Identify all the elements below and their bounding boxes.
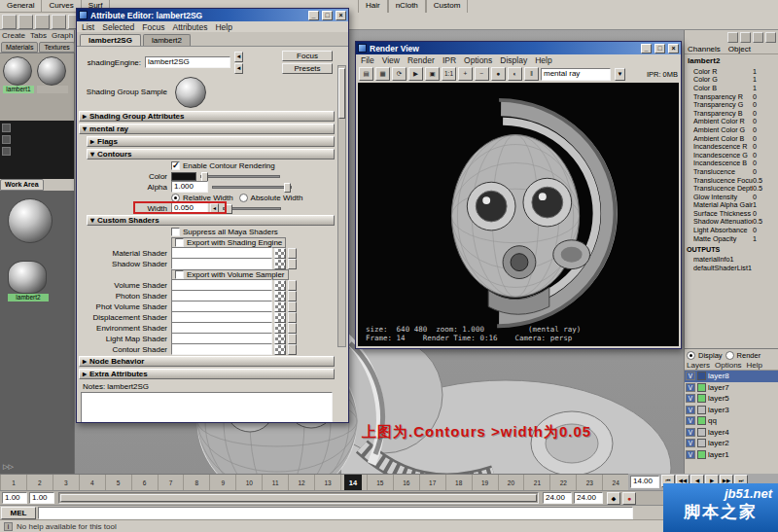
timeline-frame[interactable]: 7 [158,475,184,490]
channel-attribute-value[interactable]: 1 [753,234,778,243]
layer-color-swatch[interactable] [697,406,706,414]
connection-menu-icon[interactable] [288,291,297,301]
channel-attribute-row[interactable]: Color G 1 [685,76,778,85]
menu-item[interactable]: Help [215,22,231,32]
tab-object[interactable]: Object [728,45,751,53]
shelf-tab[interactable]: Custom [426,0,469,13]
timeline-frame[interactable]: 2 [26,475,53,490]
current-frame-marker[interactable]: 14 [344,475,362,491]
close-icon[interactable]: × [668,44,679,53]
menu-item[interactable]: Tabs [30,31,47,40]
animation-end-field[interactable]: 24.00 [574,492,603,504]
panel-tool-icon[interactable] [2,135,11,144]
channel-attribute-row[interactable]: Surface Thickness 0 [685,209,778,218]
menu-item[interactable]: Selected [102,22,134,32]
connection-menu-icon[interactable] [288,259,297,269]
tab-channels[interactable]: Channels [688,45,721,53]
connect-texture-icon[interactable] [274,248,286,259]
menu-item[interactable]: List [82,22,94,32]
layer-visibility-toggle[interactable]: V [686,450,695,459]
render-toolbar-icon[interactable]: ▶ [408,67,423,81]
minimize-icon[interactable]: _ [641,44,652,53]
contour-alpha-slider[interactable] [212,186,292,189]
menu-item[interactable]: View [382,55,400,65]
render-toolbar-icon[interactable]: ▤ [359,67,373,81]
connect-texture-icon[interactable] [274,312,286,323]
layer-row[interactable]: V layer1 [685,449,778,461]
channel-attribute-row[interactable]: Translucence Focus 0.5 [685,176,778,185]
menu-item[interactable]: Create [2,31,25,40]
output-node[interactable]: defaultShaderList1 [685,264,778,272]
material-swatch[interactable]: lambert1 [3,56,34,118]
shader-field[interactable] [171,258,272,269]
render-toolbar-icon[interactable]: ▦ [375,67,390,81]
range-slider-thumb[interactable] [60,494,537,502]
section-custom-shaders[interactable]: ▾ Custom Shaders [87,215,335,226]
scrollbar-thumb[interactable] [338,68,345,119]
pan-icon[interactable]: ▷▷ [3,463,14,471]
timeline-frame[interactable]: 21 [523,475,549,490]
channel-attribute-row[interactable]: Ambient Color B 0 [685,134,778,143]
layer-row[interactable]: V qq [685,415,778,427]
contour-width-slider[interactable] [223,207,281,210]
shelf-tab[interactable]: Hair [358,0,388,13]
contour-width-field[interactable]: 0.050 [171,202,208,214]
menu-item[interactable]: Help [535,55,551,65]
timeline-frame[interactable]: 18 [445,475,472,490]
channel-box-toolbar-icon[interactable] [765,32,776,43]
render-toolbar-icon[interactable]: ▣ [425,67,440,81]
connection-menu-icon[interactable] [288,248,297,259]
channel-attribute-row[interactable]: Transparency R 0 [685,92,778,101]
show-inputs-icon[interactable]: ◄ [234,63,243,74]
timeline-frame[interactable]: 3 [53,475,79,490]
export-shading-engine-checkbox[interactable] [175,238,184,247]
maximize-icon[interactable]: □ [654,44,665,53]
connect-texture-icon[interactable] [274,334,286,344]
command-line-input[interactable] [38,507,633,519]
material-sphere-thumbnail[interactable] [8,198,53,243]
menu-item[interactable]: Help [747,361,762,370]
menu-item[interactable]: Focus [142,22,164,32]
attribute-editor-titlebar[interactable]: Attribute Editor: lambert2SG _ □ × [77,9,348,21]
timeline-frame[interactable]: 22 [549,475,576,490]
suppress-shaders-checkbox[interactable] [171,228,180,236]
shader-field[interactable] [171,343,272,355]
channel-attribute-row[interactable]: Incandescence G 0 [685,151,778,160]
layer-color-swatch[interactable] [697,372,706,380]
channel-attribute-row[interactable]: Transparency G 0 [685,100,778,109]
current-time-field[interactable]: 14.00 [630,476,659,488]
timeline-frame[interactable]: 24 [602,475,628,490]
enable-contour-checkbox[interactable] [171,161,180,170]
contour-color-slider[interactable] [200,175,280,178]
timeline-frame[interactable]: 12 [288,475,314,490]
spinner-icon[interactable]: ◂ [210,203,219,214]
connect-texture-icon[interactable] [274,259,286,269]
animation-start-field[interactable]: 1.00 [2,492,27,504]
layer-visibility-toggle[interactable]: V [686,416,695,425]
shelf-tab[interactable]: General [0,0,42,12]
panel-tool-icon[interactable] [2,147,11,156]
connection-menu-icon[interactable] [288,280,297,291]
maximize-icon[interactable]: □ [322,11,333,20]
menu-item[interactable]: Attributes [172,22,207,32]
tab-lambert2SG[interactable]: lambert2SG [80,34,141,46]
render-toolbar-icon[interactable]: ⟳ [392,67,407,81]
channel-attribute-row[interactable]: Ambient Color G 0 [685,125,778,134]
connect-texture-icon[interactable] [274,323,286,334]
animation-key-icon[interactable]: ⬥ [607,492,620,505]
menu-item[interactable]: Render [407,55,435,65]
timeline-frame[interactable]: 5 [105,475,131,490]
connection-menu-icon[interactable] [288,312,297,323]
timeline-frame[interactable]: 4 [79,475,105,490]
shelf-tab[interactable]: nCloth [388,0,426,13]
channel-attribute-row[interactable]: Material Alpha Gain 1 [685,201,778,210]
layer-row[interactable]: V layer4 [685,427,778,439]
channel-attribute-row[interactable]: Incandescence B 0 [685,160,778,168]
layer-visibility-toggle[interactable]: V [686,428,695,437]
timeline-frame[interactable]: 1 [0,475,26,490]
absolute-width-radio[interactable] [239,194,248,202]
contour-color-swatch[interactable] [171,172,196,181]
timeline-frame[interactable]: 13 [314,475,340,490]
renderer-dropdown[interactable]: mental ray [541,68,611,81]
section-node-behavior[interactable]: ▸ Node Behavior [79,356,335,367]
